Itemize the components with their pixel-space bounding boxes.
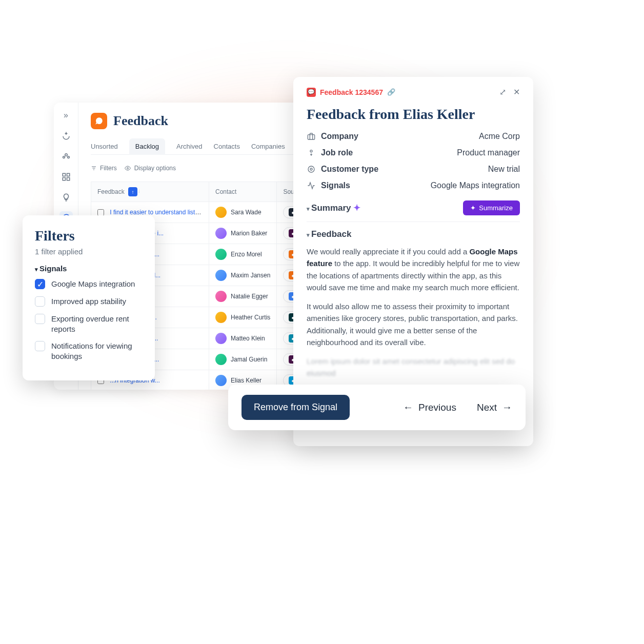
summary-section[interactable]: Summary✦ bbox=[307, 203, 360, 213]
signals-value: Google Maps integration bbox=[431, 181, 520, 190]
customer-type-value: New trial bbox=[488, 165, 520, 174]
col-feedback[interactable]: Feedback bbox=[97, 188, 125, 195]
app-logo-icon bbox=[91, 113, 107, 129]
filters-subtitle: 1 filter applied bbox=[35, 247, 143, 256]
briefcase-icon bbox=[307, 132, 316, 140]
detail-title: Feedback from Elias Keller bbox=[307, 106, 520, 123]
filters-button[interactable]: Filters bbox=[91, 165, 117, 172]
avatar bbox=[215, 375, 227, 386]
feedback-body: We would really appreciate it if you cou… bbox=[307, 246, 520, 379]
contact-name: Sara Wade bbox=[231, 209, 261, 216]
checkbox[interactable] bbox=[35, 296, 45, 307]
sort-desc-icon[interactable]: ↓ bbox=[137, 187, 140, 196]
svg-rect-5 bbox=[63, 178, 65, 180]
feedback-badge-icon: 💬 bbox=[307, 88, 316, 97]
svg-point-14 bbox=[310, 168, 312, 170]
previous-button[interactable]: ← Previous bbox=[403, 401, 456, 413]
people-icon[interactable] bbox=[59, 150, 73, 163]
summarize-button[interactable]: ✦Summarize bbox=[463, 200, 520, 215]
avatar bbox=[215, 207, 227, 218]
avatar bbox=[215, 228, 227, 239]
filter-label: Exporting overdue rent reports bbox=[51, 314, 143, 334]
expand-icon[interactable]: ⤢ bbox=[499, 87, 506, 97]
feedback-link[interactable]: I find it easier to understand listed in… bbox=[110, 209, 209, 216]
svg-rect-4 bbox=[67, 173, 69, 176]
company-value: Acme Corp bbox=[479, 132, 520, 141]
feedback-section[interactable]: Feedback bbox=[307, 229, 520, 239]
avatar bbox=[215, 270, 227, 281]
svg-rect-11 bbox=[308, 135, 314, 139]
activity-icon bbox=[307, 182, 316, 190]
filter-item[interactable]: Notifications for viewing bookings bbox=[35, 341, 143, 361]
filter-label: Notifications for viewing bookings bbox=[51, 341, 143, 361]
remove-from-signal-button[interactable]: Remove from Signal bbox=[242, 395, 350, 420]
arrow-right-icon: → bbox=[502, 401, 512, 413]
checkbox[interactable]: ✓ bbox=[35, 279, 45, 289]
checkbox[interactable] bbox=[35, 314, 45, 324]
close-icon[interactable]: ✕ bbox=[513, 87, 520, 97]
tag-icon bbox=[307, 165, 316, 173]
svg-point-0 bbox=[65, 154, 67, 156]
tab-archived[interactable]: Archived bbox=[176, 138, 203, 154]
tab-unsorted[interactable]: Unsorted bbox=[91, 138, 118, 154]
contact-name: Marion Baker bbox=[231, 230, 267, 237]
filter-item[interactable]: Improved app stability bbox=[35, 296, 143, 307]
contact-name: Enzo Morel bbox=[231, 251, 262, 258]
avatar bbox=[215, 249, 227, 260]
page-title: Feedback bbox=[113, 113, 168, 129]
link-icon[interactable]: 🔗 bbox=[387, 88, 395, 96]
tab-contacts[interactable]: Contacts bbox=[214, 138, 240, 154]
svg-point-2 bbox=[67, 156, 69, 158]
svg-point-13 bbox=[308, 166, 314, 172]
contact-name: Maxim Jansen bbox=[231, 272, 270, 279]
action-bar: Remove from Signal ← Previous Next → bbox=[228, 385, 526, 430]
svg-point-1 bbox=[63, 156, 65, 158]
grid-icon[interactable] bbox=[59, 170, 73, 184]
contact-name: Natalie Egger bbox=[231, 293, 268, 300]
filters-popup: Filters 1 filter applied Signals ✓Google… bbox=[23, 215, 155, 380]
tab-companies[interactable]: Companies bbox=[251, 138, 285, 154]
idea-icon[interactable] bbox=[59, 191, 73, 204]
filters-title: Filters bbox=[35, 228, 143, 244]
avatar bbox=[215, 291, 227, 302]
filter-section-signals[interactable]: Signals bbox=[35, 264, 143, 273]
person-icon bbox=[307, 149, 316, 157]
svg-rect-6 bbox=[67, 178, 69, 180]
contact-name: Elias Keller bbox=[231, 377, 261, 384]
contact-name: Matteo Klein bbox=[231, 335, 265, 342]
next-button[interactable]: Next → bbox=[477, 401, 512, 413]
tab-backlog[interactable]: Backlog bbox=[129, 138, 165, 155]
filter-item[interactable]: ✓Google Maps integration bbox=[35, 279, 143, 289]
feedback-badge[interactable]: 💬 Feedback 1234567 🔗 bbox=[307, 88, 395, 97]
avatar bbox=[215, 333, 227, 344]
col-contact[interactable]: Contact bbox=[209, 182, 277, 202]
dashboard-icon[interactable] bbox=[59, 129, 73, 143]
svg-rect-3 bbox=[63, 173, 65, 176]
avatar bbox=[215, 312, 227, 323]
filter-label: Google Maps integration bbox=[51, 279, 135, 289]
contact-name: Heather Curtis bbox=[231, 314, 270, 321]
arrow-left-icon: ← bbox=[403, 401, 413, 413]
collapse-icon[interactable]: » bbox=[59, 109, 73, 122]
filter-label: Improved app stability bbox=[51, 296, 126, 307]
checkbox[interactable] bbox=[35, 341, 45, 351]
svg-point-12 bbox=[310, 150, 312, 152]
sort-asc-icon[interactable]: ↑ bbox=[128, 187, 137, 196]
filter-item[interactable]: Exporting overdue rent reports bbox=[35, 314, 143, 334]
avatar bbox=[215, 354, 227, 365]
role-value: Product manager bbox=[457, 148, 520, 157]
svg-point-10 bbox=[127, 168, 128, 169]
contact-name: Jamal Guerin bbox=[231, 356, 267, 363]
display-options-button[interactable]: Display options bbox=[124, 165, 176, 172]
